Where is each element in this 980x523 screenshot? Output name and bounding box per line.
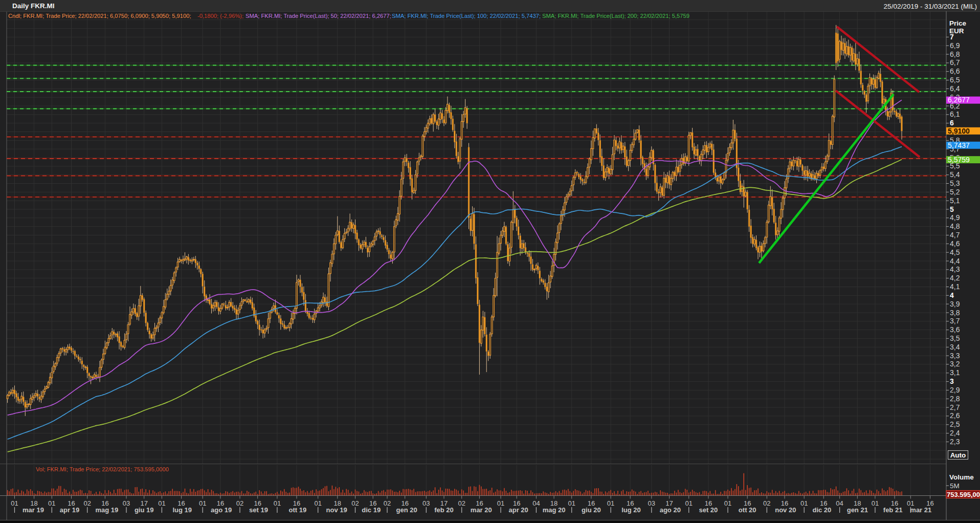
svg-text:02: 02 xyxy=(236,499,243,507)
svg-text:6,5: 6,5 xyxy=(950,76,960,84)
svg-text:6,4: 6,4 xyxy=(950,84,960,93)
svg-text:3,8: 3,8 xyxy=(950,309,960,317)
svg-text:02: 02 xyxy=(351,499,359,507)
svg-text:04: 04 xyxy=(836,499,843,507)
svg-text:4,7: 4,7 xyxy=(950,231,960,239)
svg-text:SMA; FKR.MI; Trade Price(Last): SMA; FKR.MI; Trade Price(Last); 200; 22/… xyxy=(542,13,689,19)
svg-text:4,8: 4,8 xyxy=(950,222,960,230)
svg-text:ago 20: ago 20 xyxy=(660,506,681,514)
svg-text:nov 19: nov 19 xyxy=(326,506,347,514)
svg-text:5,5759: 5,5759 xyxy=(948,156,970,164)
svg-text:2,3: 2,3 xyxy=(950,438,960,446)
svg-text:03: 03 xyxy=(648,499,655,507)
svg-text:4,1: 4,1 xyxy=(950,282,960,291)
svg-text:dic 20: dic 20 xyxy=(812,506,831,514)
svg-text:Cndl; FKR.MI; Trade Price; 22: Cndl; FKR.MI; Trade Price; 22/02/2021; 6… xyxy=(8,13,191,19)
svg-text:02: 02 xyxy=(384,499,391,507)
svg-text:lug 20: lug 20 xyxy=(621,506,641,514)
svg-text:7: 7 xyxy=(950,33,954,41)
svg-text:01: 01 xyxy=(48,499,55,507)
svg-text:6,1: 6,1 xyxy=(950,110,960,118)
svg-text:Daily FKR.MI: Daily FKR.MI xyxy=(12,2,55,10)
svg-text:6,8: 6,8 xyxy=(950,50,960,58)
svg-text:01: 01 xyxy=(158,499,165,507)
svg-text:4,2: 4,2 xyxy=(950,274,960,282)
svg-text:dic 19: dic 19 xyxy=(362,506,381,514)
svg-text:apr 20: apr 20 xyxy=(509,506,528,514)
svg-text:5,3: 5,3 xyxy=(950,179,960,187)
svg-text:4: 4 xyxy=(950,291,954,299)
svg-text:01: 01 xyxy=(685,499,692,507)
svg-text:4,6: 4,6 xyxy=(950,239,960,248)
svg-text:753.595,00: 753.595,00 xyxy=(947,491,980,498)
svg-text:mag 19: mag 19 xyxy=(95,506,118,514)
svg-text:5,4: 5,4 xyxy=(950,170,960,179)
svg-text:ott 20: ott 20 xyxy=(739,506,756,514)
svg-text:3: 3 xyxy=(950,377,954,385)
svg-text:5: 5 xyxy=(950,205,954,213)
svg-text:mar 20: mar 20 xyxy=(471,506,492,514)
svg-text:01: 01 xyxy=(199,499,206,507)
svg-text:3,7: 3,7 xyxy=(950,317,960,325)
svg-text:Vol; FKR.MI; Trade Price; 22/: Vol; FKR.MI; Trade Price; 22/02/2021; 75… xyxy=(36,466,169,472)
svg-text:01: 01 xyxy=(314,499,321,507)
svg-text:5,2: 5,2 xyxy=(950,188,960,196)
svg-text:-0,1800; (-2,96%);: -0,1800; (-2,96%); xyxy=(197,13,243,19)
svg-text:02: 02 xyxy=(83,499,91,507)
svg-text:ott 19: ott 19 xyxy=(288,506,306,514)
svg-text:01: 01 xyxy=(497,499,504,507)
svg-text:mar 19: mar 19 xyxy=(23,506,44,514)
svg-text:3,5: 3,5 xyxy=(950,334,960,342)
svg-text:01: 01 xyxy=(11,499,18,507)
svg-text:2,8: 2,8 xyxy=(950,395,960,403)
svg-text:02: 02 xyxy=(763,499,770,507)
svg-text:01: 01 xyxy=(568,499,575,507)
svg-text:5M: 5M xyxy=(950,482,960,490)
svg-text:set 19: set 19 xyxy=(249,506,268,514)
svg-text:6,9: 6,9 xyxy=(950,41,960,50)
svg-text:3,4: 3,4 xyxy=(950,343,960,351)
svg-text:02: 02 xyxy=(458,499,465,507)
svg-text:giu 19: giu 19 xyxy=(135,506,154,514)
svg-text:6,6: 6,6 xyxy=(950,67,960,75)
svg-text:Volume: Volume xyxy=(949,473,974,481)
svg-text:01: 01 xyxy=(274,499,281,507)
svg-text:01: 01 xyxy=(872,499,879,507)
svg-text:4,9: 4,9 xyxy=(950,213,960,222)
svg-text:04: 04 xyxy=(532,499,540,507)
svg-text:set 20: set 20 xyxy=(699,506,718,514)
svg-text:3,9: 3,9 xyxy=(950,300,960,308)
svg-text:01: 01 xyxy=(724,499,731,507)
svg-text:apr 19: apr 19 xyxy=(60,506,79,514)
svg-text:SMA; FKR.MI; Trade Price(Last): SMA; FKR.MI; Trade Price(Last); 50; 22/0… xyxy=(246,13,391,19)
svg-text:giu 20: giu 20 xyxy=(582,506,601,514)
svg-text:3,3: 3,3 xyxy=(950,352,960,360)
svg-text:2,6: 2,6 xyxy=(950,411,960,420)
svg-text:4,3: 4,3 xyxy=(950,265,960,273)
svg-text:3,6: 3,6 xyxy=(950,325,960,334)
svg-text:mag 20: mag 20 xyxy=(543,506,566,514)
svg-text:gen 21: gen 21 xyxy=(847,506,868,514)
svg-text:2,7: 2,7 xyxy=(950,403,960,411)
svg-text:03: 03 xyxy=(123,499,130,507)
svg-text:03: 03 xyxy=(422,499,430,507)
svg-text:6,2677: 6,2677 xyxy=(948,96,970,104)
svg-text:5,7437: 5,7437 xyxy=(948,141,970,149)
svg-text:Price: Price xyxy=(949,19,967,27)
svg-text:feb 20: feb 20 xyxy=(434,506,454,514)
svg-text:lug 19: lug 19 xyxy=(173,506,192,514)
svg-text:2,9: 2,9 xyxy=(950,386,960,394)
svg-text:nov 20: nov 20 xyxy=(775,506,796,514)
svg-text:3,2: 3,2 xyxy=(950,360,960,368)
svg-text:5,9100: 5,9100 xyxy=(948,127,970,135)
svg-text:gen 20: gen 20 xyxy=(396,506,417,514)
svg-text:01: 01 xyxy=(800,499,808,507)
svg-text:6: 6 xyxy=(950,119,954,127)
svg-text:5,1: 5,1 xyxy=(950,197,960,205)
svg-text:SMA; FKR.MI; Trade Price(Last): SMA; FKR.MI; Trade Price(Last); 100; 22/… xyxy=(392,13,541,19)
svg-text:4,4: 4,4 xyxy=(950,257,960,265)
svg-text:25/02/2019 - 31/03/2021 (MIL): 25/02/2019 - 31/03/2021 (MIL) xyxy=(884,3,977,10)
svg-text:ago 19: ago 19 xyxy=(211,506,232,514)
svg-text:6,7: 6,7 xyxy=(950,58,960,67)
svg-text:01: 01 xyxy=(607,499,614,507)
